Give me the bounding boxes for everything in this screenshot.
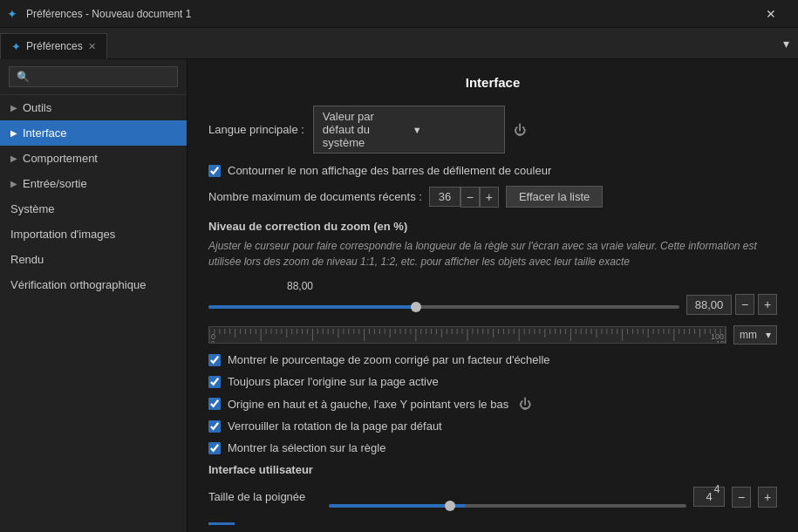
app-icon: ✦ — [7, 7, 21, 21]
titlebar: ✦ Préférences - Nouveau document 1 ✕ — [0, 0, 798, 28]
ruler-label-end: 100 — [711, 332, 724, 341]
nb-docs-plus-button[interactable]: + — [480, 187, 499, 208]
content-area: Interface Langue principale : Valeur par… — [188, 59, 798, 532]
unit-value: mm — [740, 329, 757, 341]
verrouiller-rotation-checkbox[interactable] — [208, 420, 221, 433]
nb-docs-value[interactable]: 36 — [429, 187, 460, 207]
sidebar-item-systeme[interactable]: Système — [0, 196, 187, 222]
sidebar-item-importation-images[interactable]: Importation d'images — [0, 222, 187, 247]
checkbox-origine-haut-gauche: Origine en haut et à gauche, l'axe Y poi… — [208, 397, 777, 411]
tab-icon: ✦ — [11, 40, 21, 53]
zoom-description: Ajuster le curseur pour faire correspond… — [208, 238, 777, 269]
origine-haut-gauche-checkbox[interactable] — [208, 398, 221, 410]
tab-close-button[interactable]: ✕ — [88, 41, 96, 52]
language-dropdown[interactable]: Valeur par défaut du système ▼ — [313, 106, 505, 153]
montrer-selection-checkbox[interactable] — [208, 442, 221, 454]
arrow-icon: ▶ — [10, 103, 17, 113]
effacer-liste-button[interactable]: Effacer la liste — [506, 186, 603, 208]
zoom-section-header: Niveau de correction du zoom (en %) — [208, 220, 777, 233]
sidebar-item-outils[interactable]: ▶ Outils — [0, 95, 187, 120]
main-layout: ▶ Outils ▶ Interface ▶ Comportement ▶ En… — [0, 59, 798, 532]
tabbar: ✦ Préférences ✕ ▾ — [0, 28, 798, 59]
page-title: Interface — [208, 75, 777, 90]
nb-docs-minus-button[interactable]: − — [460, 187, 480, 208]
zoom-tooltip: 88,00 — [287, 280, 777, 292]
sidebar-item-label: Comportement — [23, 152, 98, 165]
language-value: Valeur par défaut du système — [323, 110, 406, 149]
close-button[interactable]: ✕ — [751, 0, 791, 28]
ruler-svg: 0100 — [209, 329, 726, 344]
zoom-corrige-checkbox[interactable] — [208, 354, 221, 366]
origine-page-checkbox[interactable] — [208, 376, 221, 388]
arrow-icon: ▶ — [10, 128, 17, 138]
sidebar-item-label: Vérification orthographique — [10, 278, 146, 291]
origine-page-label: Toujours placer l'origine sur la page ac… — [228, 375, 439, 388]
window-title: Préférences - Nouveau document 1 — [26, 8, 751, 20]
power-icon-2[interactable]: ⏻ — [519, 397, 531, 411]
verrouiller-rotation-label: Verrouiller la rotation de la page par d… — [228, 419, 442, 433]
sidebar-item-label: Rendu — [10, 253, 44, 266]
sidebar-item-verification-orthographique[interactable]: Vérification orthographique — [0, 272, 187, 297]
checkboxes-group: Montrer le pourcentage de zoom corrigé p… — [208, 353, 777, 454]
nb-docs-label: Nombre maximum de documents récents : — [208, 190, 422, 203]
handle-size-label: Taille de la poignée — [208, 490, 322, 503]
handle-size-slider[interactable] — [329, 504, 686, 508]
handle-slider-container: 4 — [329, 483, 686, 510]
ruler-container: 0 100 0100 — [208, 326, 726, 344]
ruler-ticks: 0 100 0100 — [209, 327, 726, 343]
arrow-icon: ▶ — [10, 153, 17, 163]
unit-dropdown[interactable]: mm ▾ — [733, 325, 777, 344]
bottom-indicator — [208, 522, 235, 525]
dropdown-arrow-icon: ▼ — [413, 125, 495, 135]
zoom-slider-row: 88,00 − + — [208, 294, 777, 315]
contourner-checkbox[interactable] — [208, 165, 221, 177]
zoom-minus-button[interactable]: − — [735, 294, 754, 315]
language-row: Langue principale : Valeur par défaut du… — [208, 106, 777, 153]
search-box — [0, 59, 187, 95]
zoom-slider-area: 88,00 88,00 − + — [208, 280, 777, 315]
tabbar-dropdown-button[interactable]: ▾ — [778, 35, 795, 52]
sidebar-item-label: Interface — [23, 126, 67, 140]
sidebar-item-interface[interactable]: ▶ Interface — [0, 120, 187, 146]
handle-size-row: Taille de la poignée 4 4 − + — [208, 483, 777, 510]
sidebar-items: ▶ Outils ▶ Interface ▶ Comportement ▶ En… — [0, 95, 187, 532]
zoom-value-row: 88,00 − + — [686, 294, 777, 315]
zoom-corrige-label: Montrer le pourcentage de zoom corrigé p… — [228, 353, 550, 366]
nb-docs-row: Nombre maximum de documents récents : 36… — [208, 186, 777, 208]
zoom-slider-container — [208, 298, 679, 311]
sidebar-item-rendu[interactable]: Rendu — [0, 247, 187, 272]
sidebar: ▶ Outils ▶ Interface ▶ Comportement ▶ En… — [0, 59, 188, 532]
search-input[interactable] — [9, 66, 178, 87]
sidebar-item-label: Outils — [23, 101, 51, 114]
contourner-row: Contourner le non affichage des barres d… — [208, 164, 777, 177]
montrer-selection-label: Montrer la sélection sur la règle — [228, 441, 385, 454]
interface-utilisateur-header: Interface utilisateur — [208, 463, 777, 476]
language-label: Langue principale : — [208, 123, 304, 136]
sidebar-item-comportement[interactable]: ▶ Comportement — [0, 146, 187, 171]
preferences-tab[interactable]: ✦ Préférences ✕ — [0, 33, 107, 59]
ruler-row: 0 100 0100 mm ▾ — [208, 325, 777, 344]
nb-docs-stepper: 36 − + — [429, 187, 499, 208]
tab-label: Préférences — [26, 40, 83, 52]
unit-dropdown-arrow-icon: ▾ — [766, 329, 771, 341]
sidebar-item-label: Système — [10, 202, 55, 215]
power-icon[interactable]: ⏻ — [514, 123, 526, 137]
checkbox-zoom-corrige: Montrer le pourcentage de zoom corrigé p… — [208, 353, 777, 366]
zoom-plus-button[interactable]: + — [758, 294, 777, 315]
sidebar-item-label: Entrée/sortie — [23, 177, 87, 190]
zoom-value-box[interactable]: 88,00 — [686, 295, 732, 315]
sidebar-item-entree-sortie[interactable]: ▶ Entrée/sortie — [0, 171, 187, 196]
arrow-icon: ▶ — [10, 179, 17, 188]
origine-haut-gauche-label: Origine en haut et à gauche, l'axe Y poi… — [228, 398, 508, 411]
contourner-label: Contourner le non affichage des barres d… — [228, 164, 551, 177]
checkbox-origine-page: Toujours placer l'origine sur la page ac… — [208, 375, 777, 388]
handle-tooltip: 4 — [538, 483, 798, 495]
sidebar-item-label: Importation d'images — [10, 228, 115, 241]
ruler-label-start: 0 — [211, 332, 215, 341]
zoom-slider[interactable] — [208, 305, 679, 309]
checkbox-verrouiller-rotation: Verrouiller la rotation de la page par d… — [208, 419, 777, 433]
checkbox-montrer-selection: Montrer la sélection sur la règle — [208, 441, 777, 454]
